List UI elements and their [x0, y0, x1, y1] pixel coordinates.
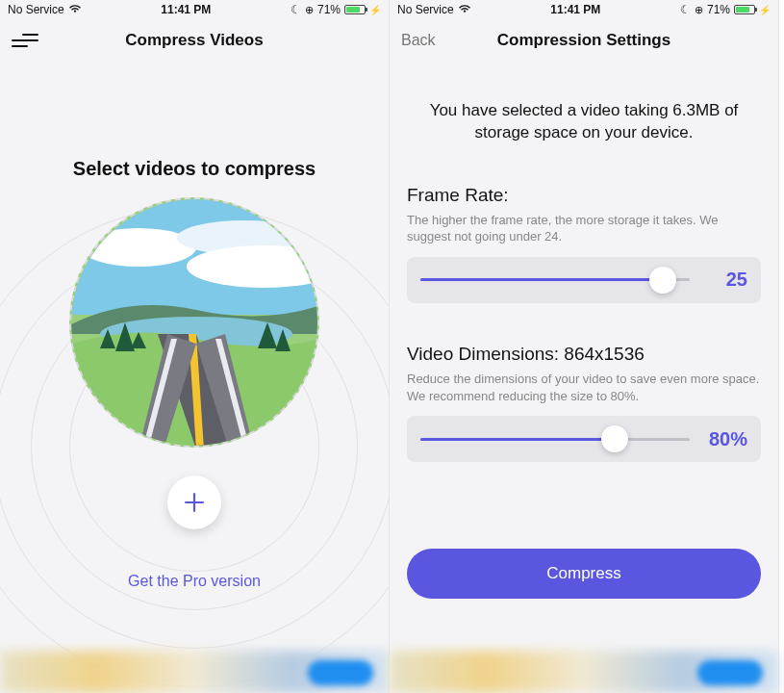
frame-rate-value: 25	[701, 269, 747, 291]
nav-title: Compression Settings	[497, 31, 670, 50]
select-prompt: Select videos to compress	[17, 158, 371, 180]
dimensions-slider[interactable]	[420, 438, 690, 441]
battery-icon	[734, 5, 755, 14]
ad-install-button[interactable]	[308, 660, 373, 685]
frame-rate-desc: The higher the frame rate, the more stor…	[407, 212, 761, 245]
moon-icon: ☾	[291, 3, 301, 16]
dimensions-value: 80%	[701, 428, 747, 450]
dimensions-title: Video Dimensions: 864x1536	[407, 344, 761, 365]
back-label: Back	[401, 32, 436, 49]
menu-button[interactable]	[12, 31, 38, 50]
moon-icon: ☾	[680, 3, 691, 16]
screen-compression-settings: No Service 11:41 PM ☾ ⊕ 71% ⚡ Back Compr…	[390, 0, 779, 693]
nav-bar: Back Compression Settings	[390, 19, 778, 62]
wifi-icon	[458, 3, 471, 16]
selected-video-msg: You have selected a video taking 6.3MB o…	[407, 100, 761, 144]
battery-pct: 71%	[707, 3, 730, 16]
hamburger-icon	[12, 31, 38, 50]
carrier-text: No Service	[8, 3, 64, 16]
lock-rotation-icon: ⊕	[695, 4, 703, 16]
dimensions-desc: Reduce the dimensions of your video to s…	[407, 371, 761, 404]
battery-icon	[344, 5, 366, 14]
screen-compress-videos: No Service 11:41 PM ☾ ⊕ 71% ⚡ Compress V…	[0, 0, 390, 693]
pro-version-link[interactable]: Get the Pro version	[17, 573, 371, 590]
carrier-text: No Service	[397, 3, 454, 16]
back-button[interactable]: Back	[401, 32, 436, 49]
lock-rotation-icon: ⊕	[305, 4, 314, 16]
frame-rate-title: Frame Rate:	[407, 185, 761, 206]
clock-text: 11:41 PM	[550, 3, 600, 16]
wifi-icon	[68, 3, 82, 16]
nav-bar: Compress Videos	[0, 19, 389, 62]
battery-pct: 71%	[317, 3, 341, 16]
add-video-button[interactable]	[167, 475, 221, 529]
clock-text: 11:41 PM	[161, 3, 211, 16]
status-bar: No Service 11:41 PM ☾ ⊕ 71% ⚡	[0, 0, 389, 19]
dimensions-thumb[interactable]	[601, 425, 628, 452]
plus-icon	[182, 490, 207, 515]
landscape-illustration	[69, 197, 319, 448]
ad-install-button[interactable]	[697, 660, 763, 685]
nav-title: Compress Videos	[125, 31, 263, 50]
status-bar: No Service 11:41 PM ☾ ⊕ 71% ⚡	[390, 0, 778, 19]
frame-rate-section: Frame Rate: The higher the frame rate, t…	[407, 185, 761, 303]
frame-rate-thumb[interactable]	[649, 267, 676, 294]
frame-rate-slider[interactable]	[420, 278, 690, 281]
charging-icon: ⚡	[759, 5, 771, 15]
frame-rate-slider-box: 25	[407, 257, 761, 303]
dimensions-slider-box: 80%	[407, 416, 761, 462]
charging-icon: ⚡	[369, 5, 381, 15]
dimensions-section: Video Dimensions: 864x1536 Reduce the di…	[407, 344, 761, 462]
compress-button[interactable]: Compress	[407, 549, 761, 599]
